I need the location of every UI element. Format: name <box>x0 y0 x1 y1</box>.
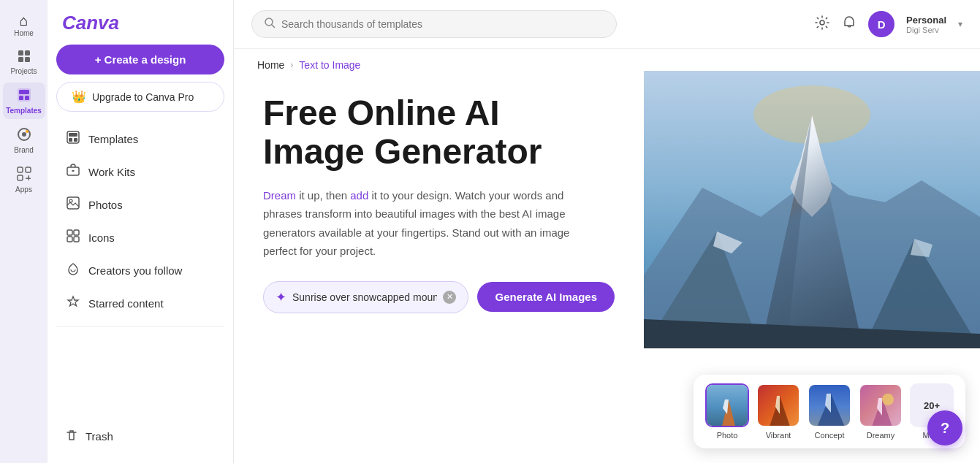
crown-icon: 👑 <box>72 90 86 104</box>
apps-icon <box>16 166 32 184</box>
upgrade-button[interactable]: 👑 Upgrade to Canva Pro <box>56 82 224 112</box>
topbar: D Personal Digi Serv ▾ <box>234 0 980 49</box>
svg-rect-5 <box>19 90 29 94</box>
style-thumb-vibrant <box>756 383 800 427</box>
sparkle-icon: ✦ <box>276 289 286 305</box>
main-content: D Personal Digi Serv ▾ Home › Text to Im… <box>234 0 980 463</box>
settings-icon[interactable] <box>814 15 830 34</box>
prompt-input-row: ✦ ✕ Generate AI Images <box>263 281 615 313</box>
style-photo[interactable]: Photo <box>705 383 749 440</box>
svg-rect-6 <box>19 96 23 100</box>
page-title: Free Online AI Image Generator <box>263 94 615 172</box>
sidebar-item-starred[interactable]: Starred content <box>56 288 224 319</box>
clear-input-button[interactable]: ✕ <box>443 291 456 304</box>
sidebar-item-workkits[interactable]: Work Kits <box>56 156 224 188</box>
svg-rect-12 <box>26 167 31 172</box>
projects-icon <box>17 49 31 66</box>
svg-point-53 <box>882 394 894 405</box>
svg-rect-0 <box>18 50 23 56</box>
prompt-input-wrap: ✦ ✕ <box>263 281 468 313</box>
svg-rect-7 <box>25 96 29 100</box>
prompt-input[interactable] <box>292 291 437 303</box>
svg-point-10 <box>26 130 29 133</box>
trash-icon <box>65 429 78 444</box>
content-body: Free Online AI Image Generator Dream it … <box>234 71 980 463</box>
icon-navigation: ⌂ Home Projects Templates <box>0 0 48 463</box>
trash-item[interactable]: Trash <box>56 421 224 451</box>
sidebar-item-brand[interactable]: Brand <box>3 122 45 158</box>
svg-rect-3 <box>25 57 30 62</box>
svg-rect-15 <box>28 175 29 180</box>
icons-nav-icon <box>65 229 81 246</box>
avatar[interactable]: D <box>868 11 894 37</box>
breadcrumb: Home › Text to Image <box>234 49 980 71</box>
svg-rect-27 <box>74 237 79 242</box>
svg-rect-26 <box>67 237 72 242</box>
bell-icon[interactable] <box>842 15 856 34</box>
home-icon: ⌂ <box>19 13 28 28</box>
sidebar-bottom: Trash <box>56 421 224 451</box>
workkits-icon <box>65 164 81 180</box>
app-logo: Canva <box>56 12 224 34</box>
right-image-panel: Photo <box>644 71 980 463</box>
svg-rect-17 <box>69 133 77 137</box>
style-thumb-dreamy <box>859 383 903 427</box>
left-content: Free Online AI Image Generator Dream it … <box>234 71 644 463</box>
sidebar-item-creators[interactable]: Creators you follow <box>56 255 224 286</box>
content-area: Home › Text to Image Free Online AI Imag… <box>234 49 980 463</box>
style-dreamy[interactable]: Dreamy <box>859 383 903 440</box>
sidebar-item-projects[interactable]: Projects <box>3 45 45 80</box>
style-vibrant[interactable]: Vibrant <box>756 383 800 440</box>
sidebar-item-photos[interactable]: Photos <box>56 189 224 221</box>
search-icon <box>264 17 276 31</box>
create-design-button[interactable]: + Create a design <box>56 45 224 74</box>
sidebar-item-templates[interactable]: Templates <box>56 123 224 155</box>
svg-point-23 <box>69 199 72 202</box>
style-thumb-photo <box>705 383 749 427</box>
sidebar-divider <box>56 326 224 327</box>
style-thumb-concept <box>808 383 851 427</box>
svg-rect-11 <box>18 167 23 172</box>
sidebar-item-apps[interactable]: Apps <box>3 161 45 198</box>
search-input[interactable] <box>281 18 604 30</box>
svg-rect-25 <box>74 230 79 235</box>
svg-rect-24 <box>67 230 72 235</box>
sidebar-item-icons[interactable]: Icons <box>56 222 224 253</box>
generate-button[interactable]: Generate AI Images <box>477 282 615 312</box>
star-icon <box>65 295 81 312</box>
svg-rect-18 <box>69 138 72 142</box>
style-concept[interactable]: Concept <box>808 383 851 440</box>
svg-point-29 <box>820 20 824 25</box>
search-bar[interactable] <box>251 10 617 38</box>
sidebar-item-templates[interactable]: Templates <box>3 83 45 119</box>
svg-point-9 <box>22 132 26 137</box>
sidebar: Canva + Create a design 👑 Upgrade to Can… <box>48 0 234 463</box>
topbar-right: D Personal Digi Serv ▾ <box>814 11 962 37</box>
svg-rect-19 <box>74 138 77 142</box>
brand-icon <box>16 126 32 145</box>
photos-icon <box>65 196 81 213</box>
templates-icon <box>16 87 32 105</box>
user-menu-chevron[interactable]: ▾ <box>958 19 962 29</box>
svg-rect-2 <box>18 57 23 62</box>
user-info: Personal Digi Serv <box>906 15 946 34</box>
creators-icon <box>65 262 81 279</box>
svg-rect-1 <box>25 50 30 56</box>
page-description: Dream it up, then add it to your design.… <box>263 186 599 261</box>
templates-nav-icon <box>65 131 81 148</box>
sidebar-item-home[interactable]: ⌂ Home <box>3 9 45 42</box>
style-panel: Photo <box>694 375 965 448</box>
svg-rect-13 <box>18 175 23 180</box>
svg-rect-21 <box>72 170 75 172</box>
mountain-image <box>644 71 980 348</box>
help-button[interactable]: ? <box>927 410 962 445</box>
